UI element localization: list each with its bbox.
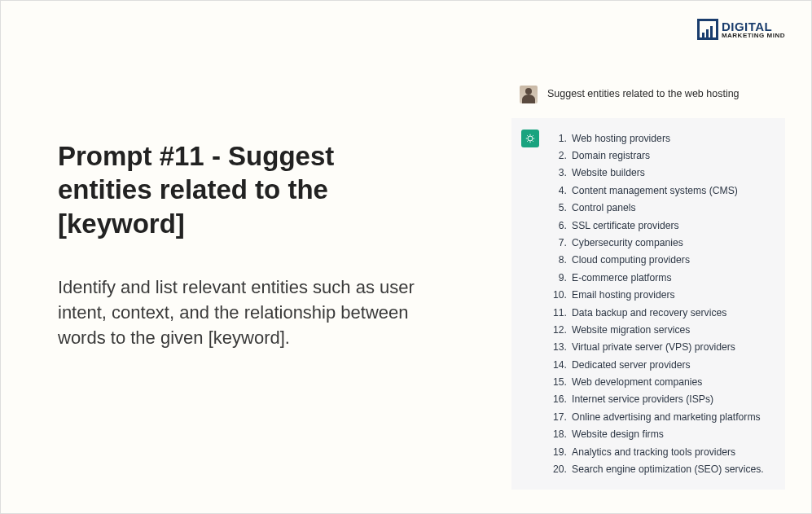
list-item: SSL certificate providers <box>551 217 775 234</box>
assistant-response-list: Web hosting providersDomain registrarsWe… <box>551 130 775 478</box>
page-description: Identify and list relevant entities such… <box>58 275 416 351</box>
logo-text: DIGITAL MARKETING MIND <box>722 20 785 39</box>
logo-line1: DIGITAL <box>722 20 785 33</box>
list-item: Internet service providers (ISPs) <box>551 391 775 408</box>
brand-logo: DIGITAL MARKETING MIND <box>697 19 785 40</box>
logo-icon <box>697 19 718 40</box>
list-item: Control panels <box>551 200 775 217</box>
list-item: Cybersecurity companies <box>551 234 775 251</box>
content-column: Prompt #11 - Suggest entities related to… <box>58 139 416 350</box>
chat-user-turn: Suggest entities related to the web host… <box>511 79 785 118</box>
list-item: Email hosting providers <box>551 287 775 304</box>
list-item: Analytics and tracking tools providers <box>551 443 775 460</box>
list-item: Data backup and recovery services <box>551 304 775 321</box>
chat-panel: Suggest entities related to the web host… <box>511 79 785 490</box>
list-item: Content management systems (CMS) <box>551 182 775 199</box>
list-item: Virtual private server (VPS) providers <box>551 339 775 356</box>
slide-page: DIGITAL MARKETING MIND Prompt #11 - Sugg… <box>0 0 812 514</box>
list-item: Dedicated server providers <box>551 356 775 373</box>
list-item: Website design firms <box>551 426 775 443</box>
chat-assistant-turn: Web hosting providersDomain registrarsWe… <box>511 118 785 490</box>
list-item: Online advertising and marketing platfor… <box>551 408 775 425</box>
assistant-avatar-icon <box>521 130 539 147</box>
svg-point-0 <box>528 136 533 141</box>
user-avatar-icon <box>520 86 538 103</box>
list-item: Website builders <box>551 165 775 182</box>
page-title: Prompt #11 - Suggest entities related to… <box>58 139 416 240</box>
list-item: Website migration services <box>551 321 775 338</box>
list-item: Search engine optimization (SEO) service… <box>551 460 775 477</box>
logo-line2: MARKETING MIND <box>722 33 785 39</box>
list-item: Web hosting providers <box>551 130 775 147</box>
user-prompt-text: Suggest entities related to the web host… <box>547 86 740 99</box>
list-item: E-commerce platforms <box>551 269 775 286</box>
list-item: Cloud computing providers <box>551 252 775 269</box>
list-item: Domain registrars <box>551 147 775 164</box>
list-item: Web development companies <box>551 373 775 390</box>
